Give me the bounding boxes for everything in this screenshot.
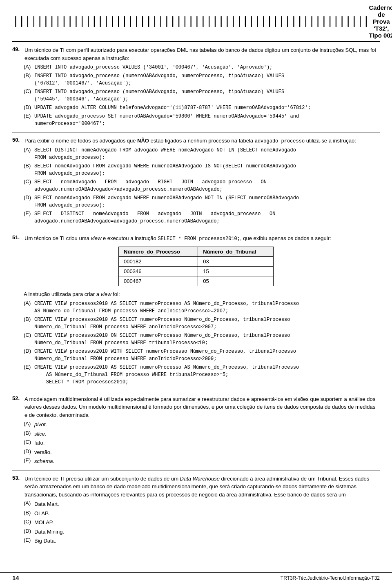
divider-51-52: [12, 391, 380, 391]
question-49-option-d: (D) UPDATE advogado ALTER COLUMN telefon…: [24, 104, 380, 111]
question-53-option-a: (A) Data Mart.: [24, 500, 380, 508]
question-52-number: 52.: [12, 395, 21, 419]
question-49-text: Um técnico de TI com perfil autorizado p…: [24, 46, 380, 62]
question-50-option-c: (C) SELECT nomeAdvogado FROM advogado RI…: [24, 178, 380, 193]
question-52: 52. A modelagem multidimensional é utili…: [12, 395, 380, 465]
cell-tribunal-3: 05: [198, 276, 274, 286]
question-51-intro: Um técnico de TI criou uma view e execut…: [24, 234, 380, 243]
question-50-option-e: (E) SELECT DISTINCT nomeAdvogado FROM ad…: [24, 210, 380, 225]
question-49-option-b: (B) INSERT INTO advogado_processo (numer…: [24, 72, 380, 87]
cell-processo-3: 000467: [119, 276, 198, 286]
page-container: ||||||||||||||||||||||||||||||||||||||||…: [0, 0, 392, 579]
cell-processo-2: 000346: [119, 267, 198, 276]
question-50-option-a: (A) SELECT DISTINCT nomeAdvogado FROM ad…: [24, 147, 380, 161]
question-50-option-d: (D) SELECT nomeAdvogado FROM advogado WH…: [24, 194, 380, 209]
question-49-option-c: (C) INSERT INTO advogado_processo (numer…: [24, 88, 380, 103]
col-header-processo: Número_do_Processo: [119, 247, 198, 257]
footer-info: TRT3R-Téc.Judiciário-Tecnol.Informação-T…: [281, 575, 380, 581]
question-51-option-a: (A) CREATE VIEW processos2010 AS SELECT …: [24, 300, 380, 315]
divider-49-50: [12, 132, 380, 133]
question-53-text: Um técnico de TI precisa utilizar um sub…: [24, 475, 380, 499]
question-49-number: 49.: [12, 46, 21, 62]
table-row: 000182 03: [119, 257, 274, 267]
divider-50-51: [12, 230, 380, 230]
col-header-tribunal: Número_do_Tribunal: [198, 247, 274, 257]
question-51-option-e: (E) CREATE VIEW processos2010 AS SELECT …: [24, 364, 380, 386]
cell-tribunal-2: 15: [198, 267, 274, 276]
question-50-number: 50.: [12, 137, 21, 145]
question-51-option-d: (D) CREATE VIEW processos2010 WITH SELEC…: [24, 348, 380, 363]
question-49-option-e: (E) UPDATE advogado_processo SET numeroO…: [24, 113, 380, 127]
question-52-option-a: (A) pivot.: [24, 421, 380, 429]
question-50-text: Para exibir o nome de todos os advogados…: [24, 137, 380, 145]
question-53-option-e: (E) Big Data.: [24, 537, 380, 545]
question-53-option-c: (C) MOLAP.: [24, 518, 380, 527]
question-53: 53. Um técnico de TI precisa utilizar um…: [12, 475, 380, 545]
question-50: 50. Para exibir o nome de todos os advog…: [12, 137, 380, 225]
table-row: 000346 15: [119, 267, 274, 276]
question-53-number: 53.: [12, 475, 21, 499]
question-51-option-b: (B) CREATE VIEW processos2010 AS SELECT …: [24, 316, 380, 331]
question-52-option-b: (B) slice.: [24, 430, 380, 438]
page-header: ||||||||||||||||||||||||||||||||||||||||…: [12, 4, 380, 42]
question-51-number: 51.: [12, 234, 21, 243]
footer-page-number: 14: [12, 574, 19, 581]
cell-tribunal-1: 03: [198, 257, 274, 267]
question-53-option-d: (D) Data Mining.: [24, 528, 380, 536]
question-52-option-c: (C) fato.: [24, 439, 380, 447]
cell-processo-1: 000182: [119, 257, 198, 267]
question-52-option-d: (D) versão.: [24, 448, 380, 456]
question-49-option-a: (A) INSERT INTO advogado_processo VALUES…: [24, 64, 380, 71]
barcode: ||||||||||||||||||||||||||||||||||||||||…: [12, 16, 369, 27]
question-53-option-b: (B) OLAP.: [24, 510, 380, 518]
question-51-option-c: (C) CREATE VIEW processos2010 ON SELECT …: [24, 332, 380, 347]
divider-52-53: [12, 470, 380, 471]
question-49: 49. Um técnico de TI com perfil autoriza…: [12, 46, 380, 127]
question-50-option-b: (B) SELECT nomeAdvogado FROM advogado WH…: [24, 162, 380, 177]
page-footer: 14 TRT3R-Téc.Judiciário-Tecnol.Informaçã…: [0, 572, 392, 583]
header-title: Caderno de Prova 'T32', Tipo 002: [369, 4, 392, 39]
processos-table: Número_do_Processo Número_do_Tribunal 00…: [118, 247, 274, 286]
question-51: 51. Um técnico de TI criou uma view e ex…: [12, 234, 380, 386]
data-table: Número_do_Processo Número_do_Tribunal 00…: [118, 247, 274, 286]
question-52-text: A modelagem multidimensional é utilizada…: [24, 395, 380, 419]
question-51-after-table: A instrução utilizada para criar a view …: [24, 291, 120, 297]
table-row: 000467 05: [119, 276, 274, 286]
question-52-option-e: (E) schema.: [24, 457, 380, 465]
